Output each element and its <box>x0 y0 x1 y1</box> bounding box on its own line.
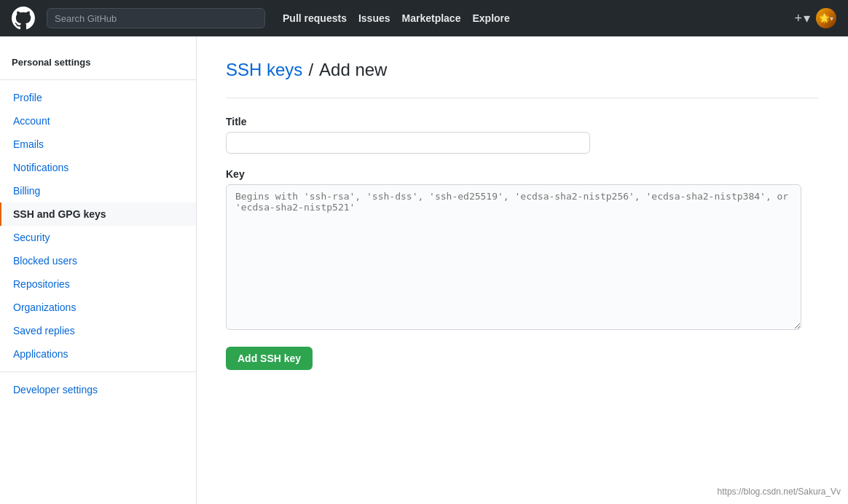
key-label: Key <box>226 168 819 180</box>
avatar-image: 🌟 <box>819 13 830 23</box>
personal-settings-section: Personal settings <box>0 51 196 74</box>
watermark: https://blog.csdn.net/Sakura_Vv <box>718 487 841 497</box>
nav-marketplace[interactable]: Marketplace <box>402 12 461 24</box>
new-item-button[interactable]: + ▾ <box>794 10 810 26</box>
title-field-group: Title <box>226 116 819 154</box>
github-logo[interactable] <box>12 7 35 30</box>
search-input[interactable] <box>47 8 265 28</box>
sidebar-item-ssh-gpg[interactable]: SSH and GPG keys <box>0 202 196 226</box>
sidebar-item-organizations[interactable]: Organizations <box>0 296 196 319</box>
navbar: Pull requests Issues Marketplace Explore… <box>0 0 848 36</box>
key-textarea[interactable] <box>226 184 801 330</box>
add-ssh-key-button[interactable]: Add SSH key <box>226 347 313 370</box>
plus-chevron-icon: ▾ <box>804 10 810 26</box>
title-label: Title <box>226 116 819 127</box>
sidebar-item-security[interactable]: Security <box>0 226 196 249</box>
nav-issues[interactable]: Issues <box>358 12 390 24</box>
breadcrumb-ssh-keys-link[interactable]: SSH keys <box>226 60 302 80</box>
sidebar: Personal settings Profile Account Emails… <box>0 36 197 504</box>
sidebar-item-saved-replies[interactable]: Saved replies <box>0 319 196 342</box>
sidebar-item-billing[interactable]: Billing <box>0 179 196 202</box>
title-input[interactable] <box>226 132 590 154</box>
nav-right: + ▾ 🌟 ▾ <box>794 8 836 28</box>
sidebar-item-applications[interactable]: Applications <box>0 342 196 366</box>
user-avatar[interactable]: 🌟 ▾ <box>816 8 836 28</box>
breadcrumb: SSH keys / Add new <box>226 60 819 80</box>
sidebar-item-developer-settings[interactable]: Developer settings <box>0 378 196 401</box>
sidebar-divider-2 <box>0 371 196 372</box>
avatar-chevron-icon: ▾ <box>830 15 833 23</box>
nav-pull-requests[interactable]: Pull requests <box>283 12 347 24</box>
sidebar-item-notifications[interactable]: Notifications <box>0 156 196 179</box>
sidebar-item-repositories[interactable]: Repositories <box>0 272 196 296</box>
nav-explore[interactable]: Explore <box>472 12 509 24</box>
sidebar-divider-1 <box>0 79 196 80</box>
nav-links: Pull requests Issues Marketplace Explore <box>283 12 510 24</box>
page-layout: Personal settings Profile Account Emails… <box>0 36 848 504</box>
sidebar-item-account[interactable]: Account <box>0 109 196 133</box>
breadcrumb-separator: / <box>308 60 313 80</box>
sidebar-item-profile[interactable]: Profile <box>0 86 196 109</box>
title-divider <box>226 98 819 98</box>
plus-icon: + <box>794 11 802 26</box>
sidebar-item-blocked-users[interactable]: Blocked users <box>0 249 196 272</box>
key-field-group: Key <box>226 168 819 332</box>
sidebar-item-emails[interactable]: Emails <box>0 133 196 156</box>
breadcrumb-current: Add new <box>319 60 387 80</box>
main-content: SSH keys / Add new Title Key Add SSH key <box>197 36 848 504</box>
